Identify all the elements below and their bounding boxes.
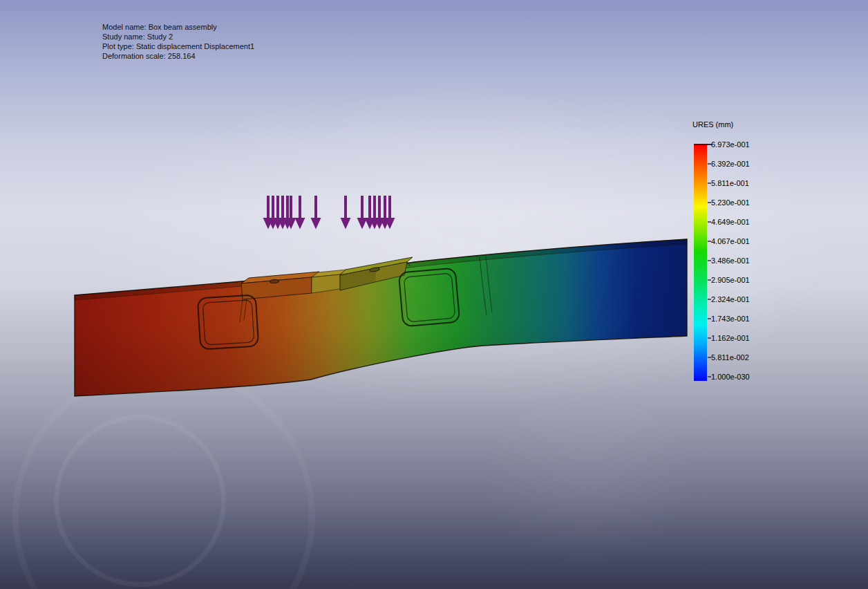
legend-value: 5.811e-001 xyxy=(711,179,749,187)
beam-shading-overlay xyxy=(75,239,687,396)
annotation-plot-type: Plot type: Static displacement Displacem… xyxy=(102,41,254,51)
load-arrow-icon[interactable] xyxy=(295,196,305,230)
legend-value: 4.067e-001 xyxy=(711,237,750,245)
legend-value: 6.973e-001 xyxy=(711,140,750,149)
annotation-model-name: Model name: Box beam assembly xyxy=(102,22,254,32)
legend-value: 4.649e-001 xyxy=(711,218,750,226)
legend-title: URES (mm) xyxy=(692,120,733,129)
color-legend: URES (mm) 6.973e-001 6.392e-001 5.811e-0… xyxy=(692,120,782,390)
legend-value: 5.230e-001 xyxy=(711,198,750,207)
legend-value: 6.392e-001 xyxy=(711,160,750,168)
plot-annotation: Model name: Box beam assembly Study name… xyxy=(102,22,254,61)
legend-value: 5.811e-002 xyxy=(711,353,749,362)
legend-value: 1.743e-001 xyxy=(711,315,750,323)
annotation-deformation-scale: Deformation scale: 258.164 xyxy=(102,51,254,61)
legend-value: 2.905e-001 xyxy=(711,276,750,284)
legend-value: 1.000e-030 xyxy=(711,373,750,381)
load-arrow-icon[interactable] xyxy=(311,196,321,230)
legend-value: 3.486e-001 xyxy=(711,256,750,265)
load-arrow-icon[interactable] xyxy=(357,196,368,230)
beam-model[interactable] xyxy=(75,239,687,396)
legend-value: 2.324e-001 xyxy=(711,295,750,303)
annotation-study-name: Study name: Study 2 xyxy=(102,32,254,41)
graphics-viewport[interactable]: Model name: Box beam assembly Study name… xyxy=(0,0,868,589)
load-arrows[interactable] xyxy=(263,196,395,230)
legend-color-bar xyxy=(694,145,707,381)
load-arrow-icon[interactable] xyxy=(341,196,351,230)
legend-value: 1.162e-001 xyxy=(711,334,750,342)
